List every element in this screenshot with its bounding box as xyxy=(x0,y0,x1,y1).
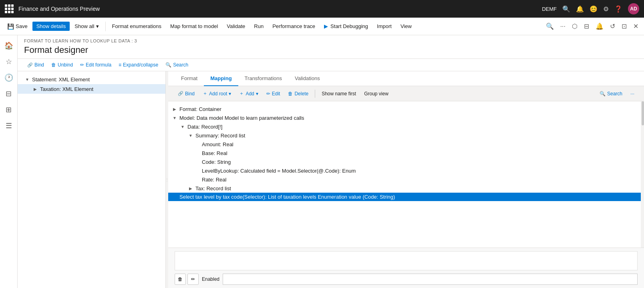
validate-button[interactable]: Validate xyxy=(223,22,249,31)
performance-trace-button[interactable]: Performance trace xyxy=(268,22,319,31)
ribbon-refresh-icon[interactable]: ↺ xyxy=(608,21,618,32)
format-enumerations-button[interactable]: Format enumerations xyxy=(108,22,166,31)
mt-item-amount[interactable]: Amount: Real xyxy=(168,140,641,149)
unbind-icon: 🗑 xyxy=(51,62,56,68)
rt-add-root-chevron: ▾ xyxy=(229,91,231,97)
mt-label-data: Data: Record[!] xyxy=(187,124,222,130)
page-subtitle: FORMAT TO LEARN HOW TO LOOKUP LE DATA : … xyxy=(24,38,638,43)
tree-label-statement: Statement: XML Element xyxy=(32,77,90,83)
mt-label-base: Base: Real xyxy=(202,150,227,156)
edit-formula-button[interactable]: ✏ Edit formula xyxy=(77,60,115,69)
emoji-icon[interactable]: 😊 xyxy=(590,5,598,13)
ribbon: 💾 Save Show details Show all ▾ Format en… xyxy=(0,18,644,35)
run-button[interactable]: Run xyxy=(250,22,268,31)
save-button[interactable]: 💾 Save xyxy=(3,22,32,31)
enabled-edit-btn[interactable]: ✏ xyxy=(187,274,199,285)
mt-label-summary: Summary: Record list xyxy=(195,133,245,139)
gear-icon[interactable]: ⚙ xyxy=(603,5,609,13)
sidebar-home-icon[interactable]: 🏠 xyxy=(2,38,16,53)
rt-add-root-button[interactable]: ＋ Add root ▾ xyxy=(199,89,234,99)
mt-item-model[interactable]: ▼ Model: Data model Model to learn param… xyxy=(168,113,641,122)
enabled-delete-btn[interactable]: 🗑 xyxy=(175,274,186,285)
rt-delete-icon: 🗑 xyxy=(288,91,293,97)
mt-item-rate[interactable]: Rate: Real xyxy=(168,175,641,184)
unbind-button[interactable]: 🗑 Unbind xyxy=(48,60,76,69)
tab-validations[interactable]: Validations xyxy=(288,71,326,86)
start-debugging-button[interactable]: ▶ Start Debugging xyxy=(320,22,372,31)
mt-item-format[interactable]: ▶ Format: Container xyxy=(168,105,641,113)
right-toolbar: 🔗 Bind ＋ Add root ▾ ＋ Add ▾ ✏ xyxy=(168,86,644,101)
mt-toggle-model: ▼ xyxy=(171,115,178,121)
ribbon-panel-icon[interactable]: ⊟ xyxy=(582,21,592,32)
model-tree: ▶ Format: Container ▼ Model: Data model … xyxy=(168,101,641,248)
rt-right: 🔍 Search ··· xyxy=(596,89,638,98)
ribbon-right: 🔍 ··· ⬡ ⊟ 🔔 ↺ ⊡ ✕ xyxy=(543,21,641,32)
ribbon-open-icon[interactable]: ⊡ xyxy=(619,21,629,32)
rt-search-button[interactable]: 🔍 Search xyxy=(596,89,626,98)
bind-button[interactable]: 🔗 Bind xyxy=(24,60,47,69)
top-bar: Finance and Operations Preview DEMF 🔍 🔔 … xyxy=(0,0,644,18)
tab-format[interactable]: Format xyxy=(175,71,204,86)
mt-item-data[interactable]: ▼ Data: Record[!] xyxy=(168,122,641,131)
mt-label-amount: Amount: Real xyxy=(202,141,233,147)
search-icon[interactable]: 🔍 xyxy=(562,5,570,13)
ribbon-search-icon[interactable]: 🔍 xyxy=(543,21,556,32)
format-toolbar: 🔗 Bind 🗑 Unbind ✏ Edit formula ≡ Expand/… xyxy=(18,59,644,71)
rt-add-root-icon: ＋ xyxy=(203,90,207,97)
view-button[interactable]: View xyxy=(396,22,416,31)
sidebar-list-icon[interactable]: ☰ xyxy=(2,119,16,133)
rt-delete-button[interactable]: 🗑 Delete xyxy=(285,89,312,98)
mt-item-summary[interactable]: ▼ Summary: Record list xyxy=(168,131,641,140)
tab-transformations[interactable]: Transformations xyxy=(238,71,288,86)
bell-icon[interactable]: 🔔 xyxy=(576,5,584,13)
enabled-actions: 🗑 ✏ xyxy=(175,274,199,285)
mt-toggle-summary: ▼ xyxy=(187,132,194,139)
sidebar-filter-icon[interactable]: ⊟ xyxy=(2,87,16,101)
ribbon-more-icon[interactable]: ··· xyxy=(558,21,568,32)
show-details-button[interactable]: Show details xyxy=(32,22,70,31)
ribbon-badge-icon[interactable]: 🔔 xyxy=(593,21,606,32)
format-search-button[interactable]: 🔍 Search xyxy=(162,60,191,69)
mt-label-tax: Tax: Record list xyxy=(195,185,231,191)
help-icon[interactable]: ❓ xyxy=(614,5,622,13)
rt-bind-button[interactable]: 🔗 Bind xyxy=(175,89,198,98)
show-all-chevron: ▾ xyxy=(96,23,99,29)
enabled-input[interactable] xyxy=(223,274,638,285)
mt-item-levelbylookup[interactable]: LevelByLookup: Calculated field = Model.… xyxy=(168,166,641,175)
save-icon: 💾 xyxy=(7,23,14,30)
panels: ▼ Statement: XML Element ▶ Taxation: XML… xyxy=(18,71,644,288)
rt-group-view-button[interactable]: Group view xyxy=(361,89,392,98)
avatar[interactable]: AD xyxy=(628,3,639,14)
mt-toggle-code xyxy=(195,159,202,165)
right-scrollbar[interactable] xyxy=(641,101,644,248)
top-bar-right: DEMF 🔍 🔔 😊 ⚙ ❓ AD xyxy=(542,3,639,14)
sidebar-clock-icon[interactable]: 🕐 xyxy=(2,70,16,85)
ribbon-bookmark-icon[interactable]: ⬡ xyxy=(570,21,580,32)
rt-add-button[interactable]: ＋ Add ▾ xyxy=(236,89,261,99)
ribbon-close-icon[interactable]: ✕ xyxy=(631,21,641,32)
mt-item-tax[interactable]: ▶ Tax: Record list xyxy=(168,184,641,193)
sidebar-grid-icon[interactable]: ⊞ xyxy=(2,103,16,117)
show-all-button[interactable]: Show all ▾ xyxy=(70,22,103,31)
map-format-button[interactable]: Map format to model xyxy=(166,22,222,31)
rt-search-icon: 🔍 xyxy=(600,91,606,97)
tree-item-statement[interactable]: ▼ Statement: XML Element xyxy=(18,75,165,84)
mt-item-formula[interactable]: Select tax level by tax code(Selector): … xyxy=(168,193,641,201)
rt-show-name-first-button[interactable]: Show name first xyxy=(318,89,359,98)
import-button[interactable]: Import xyxy=(373,22,396,31)
formula-box[interactable] xyxy=(175,251,638,270)
tree-item-taxation[interactable]: ▶ Taxation: XML Element xyxy=(18,84,165,94)
mt-label-model: Model: Data model Model to learn paramet… xyxy=(179,115,304,121)
mt-item-base[interactable]: Base: Real xyxy=(168,149,641,157)
mt-item-code[interactable]: Code: String xyxy=(168,157,641,166)
scrollbar-thumb xyxy=(642,101,644,125)
sidebar-star-icon[interactable]: ☆ xyxy=(2,54,16,69)
main-layout: 🏠 ☆ 🕐 ⊟ ⊞ ☰ FORMAT TO LEARN HOW TO LOOKU… xyxy=(0,35,644,288)
expand-collapse-button[interactable]: ≡ Expand/collapse xyxy=(115,60,161,69)
rt-edit-icon: ✏ xyxy=(266,91,270,97)
rt-edit-button[interactable]: ✏ Edit xyxy=(263,89,284,98)
tab-mapping[interactable]: Mapping xyxy=(204,71,238,86)
rt-more-button[interactable]: ··· xyxy=(627,89,638,98)
mt-toggle-rate xyxy=(195,176,202,183)
app-grid-icon[interactable] xyxy=(5,4,14,13)
